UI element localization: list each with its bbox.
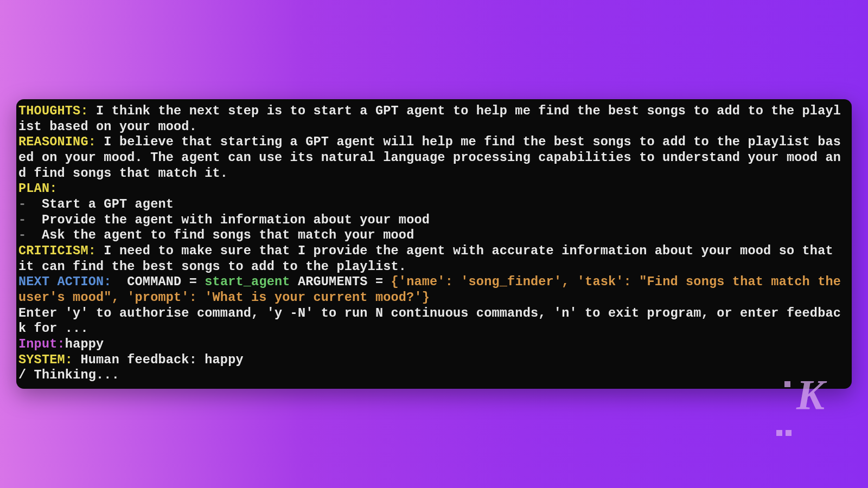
- criticism-label: CRITICISM:: [18, 243, 96, 258]
- input-line[interactable]: Input:happy: [18, 337, 848, 352]
- plan-label: PLAN:: [18, 181, 58, 196]
- plan-label-line: PLAN:: [18, 181, 848, 197]
- command-value: start_agent: [205, 274, 290, 289]
- plan-item: - Ask the agent to find songs that match…: [18, 228, 848, 243]
- thoughts-label: THOUGHTS:: [18, 104, 88, 118]
- terminal-window: THOUGHTS: I think the next step is to st…: [16, 99, 852, 389]
- reasoning-text: I believe that starting a GPT agent will…: [18, 134, 841, 180]
- thinking-spinner: / Thinking...: [18, 368, 848, 383]
- system-message: Human feedback: happy: [73, 352, 244, 367]
- plan-item: - Provide the agent with information abo…: [18, 213, 848, 228]
- input-label: Input:: [18, 337, 65, 351]
- thoughts-text: I think the next step is to start a GPT …: [18, 104, 841, 134]
- command-label: COMMAND =: [127, 274, 205, 289]
- criticism-text: I need to make sure that I provide the a…: [18, 243, 841, 274]
- bullet-dash: -: [18, 228, 42, 242]
- bullet-dash: -: [18, 197, 42, 211]
- plan-item: - Start a GPT agent: [18, 197, 848, 213]
- system-line: SYSTEM: Human feedback: happy: [18, 352, 848, 368]
- thoughts-line: THOUGHTS: I think the next step is to st…: [18, 104, 848, 134]
- plan-item-text: Provide the agent with information about…: [42, 213, 430, 227]
- criticism-line: CRITICISM: I need to make sure that I pr…: [18, 243, 848, 274]
- auth-prompt[interactable]: Enter 'y' to authorise command, 'y -N' t…: [18, 306, 848, 337]
- bullet-dash: -: [18, 213, 42, 227]
- plan-item-text: Start a GPT agent: [42, 197, 174, 211]
- system-label: SYSTEM:: [18, 352, 73, 367]
- input-value[interactable]: happy: [65, 337, 104, 351]
- reasoning-line: REASONING: I believe that starting a GPT…: [18, 134, 848, 181]
- next-action-line: NEXT ACTION: COMMAND = start_agent ARGUM…: [18, 274, 848, 305]
- next-action-label: NEXT ACTION:: [18, 274, 112, 289]
- plan-item-text: Ask the agent to find songs that match y…: [42, 228, 414, 242]
- reasoning-label: REASONING:: [18, 134, 96, 149]
- arguments-label: ARGUMENTS =: [290, 274, 391, 289]
